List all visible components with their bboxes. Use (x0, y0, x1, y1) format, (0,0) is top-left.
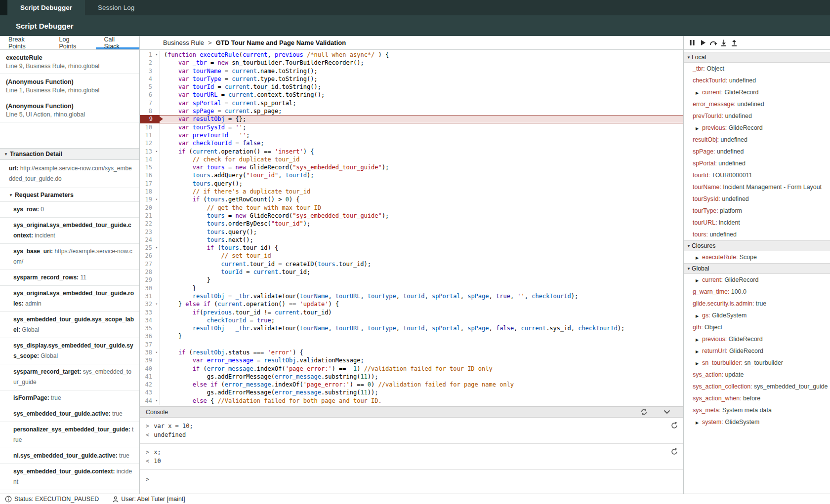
line-number: 6 (149, 91, 152, 98)
variable-name: glide.security.is.admin: (693, 300, 754, 307)
line-number-gutter[interactable]: 22 (140, 220, 160, 228)
line-number-gutter[interactable]: 4 (140, 75, 160, 83)
rerun-button[interactable] (670, 448, 678, 456)
tab-log-points[interactable]: Log Points (51, 36, 96, 49)
expand-icon[interactable]: ▶ (696, 421, 702, 425)
line-number-gutter[interactable]: 39 (140, 356, 160, 364)
line-number-gutter[interactable]: 23 (140, 228, 160, 236)
expand-icon[interactable]: ▶ (696, 338, 702, 342)
variable-row[interactable]: ▶sn_tourbuilder: sn_tourbuilder (684, 357, 830, 369)
line-number-gutter[interactable]: 7 (140, 99, 160, 107)
variable-row[interactable]: ▶returnUrl: GlideRecord (684, 345, 830, 357)
tab-script-debugger[interactable]: Script Debugger (7, 0, 85, 15)
url-value: http://example.service-now.com/sys_embed… (9, 165, 132, 182)
line-number-gutter[interactable]: 17 (140, 180, 160, 188)
expand-icon[interactable]: ▶ (696, 126, 702, 131)
line-number-gutter[interactable]: 25▾ (140, 244, 160, 252)
line-number-gutter[interactable]: 40 (140, 365, 160, 373)
call-stack-frame[interactable]: (Anonymous Function)Line 1, Business Rul… (0, 74, 139, 98)
call-stack-frame[interactable]: executeRuleLine 9, Business Rule, rhino.… (0, 50, 139, 74)
line-number-gutter[interactable]: 32▾ (140, 300, 160, 308)
variable-row[interactable]: ▶previous: GlideRecord (684, 333, 830, 345)
line-number-gutter[interactable]: 30 (140, 284, 160, 292)
line-number-gutter[interactable]: 35 (140, 324, 160, 332)
variable-row[interactable]: ▶current: GlideRecord (684, 274, 830, 286)
tab-break-points[interactable]: Break Points (0, 36, 51, 49)
line-number-gutter[interactable]: 11 (140, 131, 160, 139)
scope-header[interactable]: ▼Closures (684, 240, 830, 251)
line-number-gutter[interactable]: 18 (140, 188, 160, 195)
line-number-gutter[interactable]: 27 (140, 260, 160, 268)
console-prompt[interactable]: > (140, 470, 683, 489)
variable-row[interactable]: ▶current: GlideRecord (684, 86, 830, 98)
line-number-gutter[interactable]: 5 (140, 83, 160, 91)
expand-icon[interactable]: ▶ (696, 314, 702, 318)
line-number-gutter[interactable]: 2 (140, 59, 160, 67)
console-collapse-button[interactable] (664, 410, 670, 414)
scope-header[interactable]: ▼Global (684, 263, 830, 274)
step-over-button[interactable] (708, 38, 718, 48)
variable-row[interactable]: ▶system: GlideSystem (684, 416, 830, 428)
step-out-button[interactable] (729, 38, 739, 48)
line-number: 39 (145, 357, 152, 364)
fold-arrow-icon[interactable]: ▾ (156, 148, 158, 155)
line-number-gutter[interactable]: 21 (140, 212, 160, 220)
expand-icon[interactable]: ▶ (696, 91, 702, 95)
line-number-gutter[interactable]: 9 (140, 115, 160, 123)
line-number-gutter[interactable]: 29 (140, 276, 160, 284)
line-number-gutter[interactable]: 41 (140, 373, 160, 381)
line-number-gutter[interactable]: 10 (140, 123, 160, 131)
line-number-gutter[interactable]: 28 (140, 268, 160, 276)
variable-row[interactable]: ▶previous: GlideRecord (684, 122, 830, 134)
console-refresh-button[interactable] (640, 408, 648, 416)
pause-button[interactable] (687, 38, 698, 48)
transaction-detail-header[interactable]: ▼Transaction Detail (0, 148, 139, 160)
line-number-gutter[interactable]: 24 (140, 236, 160, 244)
line-number: 27 (145, 261, 152, 268)
line-number-gutter[interactable]: 26 (140, 252, 160, 260)
tab-call-stack[interactable]: Call Stack (96, 36, 139, 49)
variable-row[interactable]: ▶executeRule: Scope (684, 251, 830, 263)
expand-icon[interactable]: ▶ (696, 349, 702, 354)
expand-icon[interactable]: ▶ (696, 278, 702, 283)
expand-icon[interactable]: ▶ (696, 361, 702, 366)
tab-session-log[interactable]: Session Log (85, 0, 147, 15)
line-number-gutter[interactable]: 33 (140, 309, 160, 316)
fold-arrow-icon[interactable]: ▾ (156, 244, 158, 252)
rerun-button[interactable] (670, 422, 678, 429)
line-number-gutter[interactable]: 42 (140, 381, 160, 388)
line-number-gutter[interactable]: 20 (140, 204, 160, 212)
line-number-gutter[interactable]: 13▾ (140, 148, 160, 155)
line-number-gutter[interactable]: 34 (140, 316, 160, 324)
line-number-gutter[interactable]: 1▾ (140, 51, 160, 59)
resume-button[interactable] (698, 38, 708, 48)
line-number-gutter[interactable]: 37 (140, 341, 160, 349)
line-number-gutter[interactable]: 44▾ (140, 397, 160, 405)
code-line: 19▾ if (tours.getRowCount() > 0) { (140, 195, 683, 203)
scope-header[interactable]: ▼Local (684, 52, 830, 63)
line-number-gutter[interactable]: 19▾ (140, 195, 160, 203)
fold-arrow-icon[interactable]: ▾ (156, 300, 158, 308)
line-number-gutter[interactable]: 14 (140, 155, 160, 163)
line-number-gutter[interactable]: 43 (140, 388, 160, 396)
call-stack-frame[interactable]: (Anonymous Function)Line 5, UI Action, r… (0, 98, 139, 122)
line-number-gutter[interactable]: 6 (140, 91, 160, 99)
line-number-gutter[interactable]: 3 (140, 67, 160, 75)
step-into-button[interactable] (718, 38, 729, 48)
line-number-gutter[interactable]: 31 (140, 292, 160, 300)
request-parameters-header[interactable]: ▼Request Parameters (0, 188, 139, 202)
line-number-gutter[interactable]: 16 (140, 171, 160, 179)
fold-arrow-icon[interactable]: ▾ (156, 51, 158, 59)
fold-arrow-icon[interactable]: ▾ (156, 349, 158, 356)
fold-arrow-icon[interactable]: ▾ (156, 195, 158, 203)
param-value: true (112, 410, 123, 417)
line-number-gutter[interactable]: 38▾ (140, 349, 160, 356)
breadcrumb-context[interactable]: Business Rule (163, 39, 204, 46)
fold-arrow-icon[interactable]: ▾ (156, 397, 158, 405)
line-number-gutter[interactable]: 12 (140, 139, 160, 147)
variable-row[interactable]: ▶gs: GlideSystem (684, 310, 830, 321)
line-number-gutter[interactable]: 15 (140, 163, 160, 171)
line-number-gutter[interactable]: 8 (140, 107, 160, 115)
expand-icon[interactable]: ▶ (696, 256, 702, 260)
line-number-gutter[interactable]: 36 (140, 332, 160, 340)
